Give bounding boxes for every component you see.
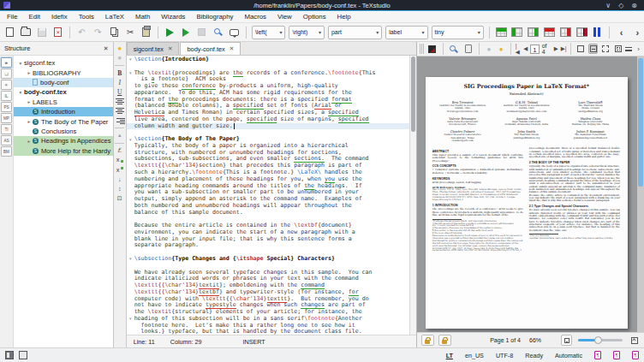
status-utf-8[interactable]: UTF-8 bbox=[496, 352, 513, 359]
tab-close-icon[interactable]: ✕ bbox=[168, 45, 172, 52]
sectioning-combo[interactable]: part▾ bbox=[328, 26, 382, 39]
menu-file[interactable]: File bbox=[7, 13, 18, 21]
menu-wizards[interactable]: Wizards bbox=[161, 13, 185, 21]
tree-item-sigconf-tex[interactable]: ▾sigconf.tex bbox=[14, 58, 113, 68]
toggle-bottom-panel-icon[interactable] bbox=[19, 351, 27, 359]
pdf-toolbar-extend-icon[interactable]: › bbox=[637, 45, 640, 53]
pdf-zoom-reset-icon[interactable] bbox=[561, 335, 572, 346]
last-page-icon[interactable]: ▶| bbox=[561, 45, 567, 52]
editor-scrollbar-thumb[interactable] bbox=[411, 56, 415, 132]
italic-icon[interactable]: I bbox=[115, 79, 125, 86]
align-center-icon[interactable] bbox=[115, 107, 125, 115]
metapost-tab[interactable]: MP bbox=[1, 113, 12, 123]
pdf-scrollbar[interactable] bbox=[637, 56, 644, 332]
tree-expander-icon[interactable]: ▸ bbox=[26, 119, 33, 124]
code-area[interactable]: ▾\section{Introduction}▾The \textit{proc… bbox=[127, 56, 416, 335]
table-cut-column-icon[interactable] bbox=[575, 26, 588, 39]
bookmarks-tab[interactable]: ❏ bbox=[1, 68, 12, 79]
tree-item-the-body-of-the-paper[interactable]: ▸SThe Body of The Paper bbox=[14, 116, 113, 126]
open-file-icon[interactable] bbox=[20, 26, 33, 39]
tree-item-headings-in-appendices[interactable]: ▸SHeadings in Appendices bbox=[14, 136, 113, 145]
status-en-us[interactable]: en_US bbox=[465, 352, 484, 359]
pdf-scrollbar-thumb[interactable] bbox=[638, 58, 643, 187]
pdf-scroll-tool-icon[interactable] bbox=[462, 43, 474, 56]
beamer-tab[interactable]: BM bbox=[1, 146, 12, 157]
table-add-row-icon[interactable] bbox=[495, 26, 508, 39]
table-paste-column-icon[interactable] bbox=[527, 26, 540, 39]
pdf-zoom-slider[interactable] bbox=[578, 339, 623, 341]
next-document-icon[interactable]: › bbox=[631, 26, 644, 39]
code-line[interactable]: balance of this sample document. bbox=[127, 210, 409, 217]
superscript-icon[interactable]: x bbox=[115, 166, 125, 174]
pdf-follow-lock-icon[interactable] bbox=[438, 335, 451, 346]
fit-width-icon[interactable] bbox=[588, 44, 598, 54]
previous-page-icon[interactable]: ◀ bbox=[523, 45, 528, 52]
tab-body-conf-tex[interactable]: body-conf.tex✕ bbox=[180, 42, 241, 55]
redo-icon[interactable]: ↷ bbox=[92, 26, 104, 39]
pdf-back-icon[interactable]: ● bbox=[484, 45, 493, 53]
insert-arrow-icon[interactable]: ▲ bbox=[115, 132, 125, 139]
new-file-icon[interactable] bbox=[3, 26, 16, 39]
align-left-icon[interactable] bbox=[115, 98, 125, 105]
tree-expander-icon[interactable]: ▸ bbox=[26, 139, 33, 144]
fold-marker-icon[interactable]: ▾ bbox=[127, 56, 134, 62]
pdf-forward-icon[interactable]: ● bbox=[496, 45, 505, 53]
cut-icon[interactable]: ✂ bbox=[123, 26, 136, 39]
pstricks-tab[interactable]: PS bbox=[1, 102, 12, 112]
right-delimiter-combo[interactable]: \right)▾ bbox=[289, 26, 325, 39]
save-file-icon[interactable] bbox=[36, 26, 49, 39]
menu-latex[interactable]: LaTeX bbox=[105, 13, 124, 21]
page-number-input[interactable]: 1 bbox=[530, 45, 540, 54]
original-size-icon[interactable] bbox=[575, 44, 585, 54]
menu-tools[interactable]: Tools bbox=[79, 13, 94, 21]
il-symbols-tab[interactable]: IL bbox=[1, 91, 12, 101]
comment-icon[interactable] bbox=[228, 26, 241, 39]
maximize-icon[interactable]: ◇ bbox=[618, 2, 623, 9]
copy-icon[interactable] bbox=[108, 26, 121, 39]
code-line[interactable]: separate paragraph. bbox=[127, 242, 409, 249]
build-and-view-icon[interactable] bbox=[164, 26, 176, 39]
next-page-icon[interactable]: ▶ bbox=[554, 45, 558, 52]
tree-item-body-conf-tex[interactable]: ▾body-conf.tex bbox=[14, 87, 113, 97]
macro-icon[interactable]: ⊡ bbox=[115, 194, 125, 202]
pdf-lock-icon[interactable] bbox=[421, 335, 434, 346]
tree-item-more-help-for-the-hardy[interactable]: SMore Help for the Hardy bbox=[14, 146, 113, 156]
updown-icon[interactable]: ↕ bbox=[115, 185, 125, 193]
pdf-canvas[interactable]: SIG Proceedings Paper in LaTeX Format* E… bbox=[417, 56, 644, 332]
tree-item-labels[interactable]: ▸LABELS bbox=[14, 98, 113, 107]
fold-marker-icon[interactable]: ▾ bbox=[127, 256, 134, 262]
previous-document-icon[interactable]: ‹ bbox=[615, 26, 628, 39]
code-line[interactable]: looks.} typeface, but that is handled by… bbox=[127, 329, 409, 335]
pdf-expand-icon[interactable] bbox=[629, 335, 640, 346]
undo-icon[interactable]: ↶ bbox=[75, 26, 88, 39]
tab-close-icon[interactable]: ✕ bbox=[230, 45, 234, 52]
tree-item-body-conf[interactable]: body-conf bbox=[14, 78, 113, 87]
menu-edit[interactable]: Edit bbox=[29, 13, 40, 21]
footnote-icon[interactable]: f. bbox=[115, 146, 125, 154]
viewer-badge-1-icon[interactable]: ¶ bbox=[594, 351, 601, 359]
viewer-badge-2-icon[interactable]: ¶ bbox=[613, 351, 620, 359]
asymptote-tab[interactable]: AS bbox=[1, 135, 12, 145]
menu-help[interactable]: Help bbox=[337, 13, 351, 21]
reference-combo[interactable]: label▾ bbox=[385, 26, 427, 39]
pdf-zoom-slider-knob[interactable] bbox=[594, 336, 602, 344]
pdf-toolbar-drag-handle[interactable] bbox=[420, 44, 424, 54]
toggle-side-panel-icon[interactable] bbox=[5, 351, 14, 359]
code-lines[interactable]: ▾\section{Introduction}▾The \textit{proc… bbox=[127, 56, 409, 335]
bookmark-goto-icon[interactable]: ● bbox=[115, 54, 125, 62]
underline-icon[interactable]: U bbox=[115, 88, 125, 96]
viewer-badge-3-icon[interactable]: ¶ bbox=[632, 351, 639, 359]
code-line[interactable]: column width and gutter size. bbox=[127, 123, 409, 130]
close-file-icon[interactable]: ✕ bbox=[51, 26, 64, 39]
status-automatic[interactable]: Automatic bbox=[555, 352, 582, 359]
tree-expander-icon[interactable]: ▾ bbox=[17, 61, 24, 66]
menu-macros[interactable]: Macros bbox=[244, 13, 266, 21]
left-delimiter-combo[interactable]: \left(▾ bbox=[252, 26, 286, 39]
code-line[interactable]: ▾\section{Introduction} bbox=[127, 56, 409, 63]
table-remove-column-icon[interactable] bbox=[559, 26, 572, 39]
editor-scrollbar[interactable] bbox=[409, 56, 416, 335]
tikz-tab[interactable]: TI bbox=[1, 124, 12, 134]
languagetool-icon[interactable]: LT bbox=[446, 352, 453, 359]
structure-close-icon[interactable]: ✕ bbox=[104, 45, 109, 52]
tree-expander-icon[interactable]: ▸ bbox=[26, 99, 33, 104]
